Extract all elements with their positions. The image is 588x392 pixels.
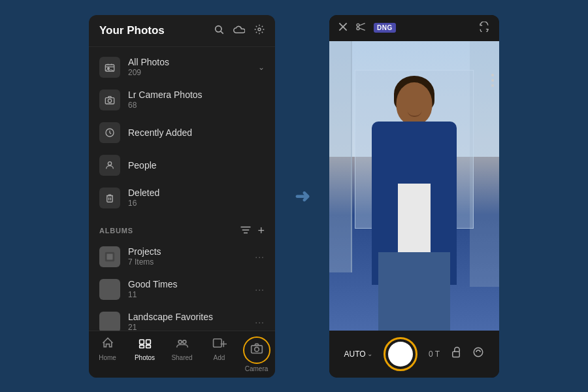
svg-point-30 [357,24,359,26]
camera-flip-icon[interactable] [478,22,490,35]
projects-more-icon[interactable]: ··· [255,252,265,262]
right-panel: DNG [329,15,499,378]
bottom-nav: Home Photos [89,331,275,378]
svg-line-32 [359,23,365,25]
deleted-info: Deleted 16 [128,188,265,208]
dng-badge[interactable]: DNG [374,23,396,33]
shutter-button[interactable] [384,337,417,371]
good-times-more-icon[interactable]: ··· [255,284,265,295]
scissors-icon[interactable] [355,22,366,34]
album-projects[interactable]: Projects 7 Items ··· [89,240,275,273]
recently-added-name: Recently Added [128,127,265,138]
landscape-more-icon[interactable]: ··· [255,317,265,327]
panel-header: Your Photos [89,15,275,47]
home-label: Home [99,354,116,361]
add-album-icon[interactable]: + [257,225,265,237]
building-right [470,41,499,287]
albums-section-header: ALBUMS + [89,217,275,240]
landscape-name: Landscape Favorites [128,312,255,322]
nav-add[interactable]: Add [201,331,238,378]
header-icons [214,24,265,37]
lr-camera-info: Lr Camera Photos 68 [128,90,265,110]
search-icon[interactable] [214,24,224,37]
shutter-inner [388,342,413,367]
camera-nav-icon [250,342,263,357]
sidebar-item-deleted[interactable]: Deleted 16 [89,182,275,214]
deleted-count: 16 [128,199,265,208]
all-photos-chevron: ⌄ [258,63,265,72]
lr-camera-count: 68 [128,101,265,110]
landscape-info: Landscape Favorites 21 [128,312,255,331]
lr-camera-name: Lr Camera Photos [128,90,265,100]
projects-info: Projects 7 Items [128,246,255,267]
camera-controls: AUTO ⌄ 0 T [329,331,499,378]
svg-point-21 [178,340,182,343]
all-photos-count: 209 [128,68,258,77]
projects-thumb [99,246,120,267]
svg-point-27 [254,347,259,351]
sort-icon[interactable] [240,225,251,237]
album-landscape[interactable]: Landscape Favorites 21 ··· [89,306,275,331]
building-left [329,41,352,272]
deleted-icon [99,188,120,208]
photos-label: Photos [135,354,155,361]
person-jeans [378,252,450,331]
add-icon [212,336,227,353]
photos-icon [139,336,152,353]
sidebar-list: All Photos 209 ⌄ Lr Camera Photos 68 [89,47,275,331]
three-dots-menu[interactable] [491,74,494,87]
svg-point-8 [108,161,111,165]
svg-point-31 [357,27,359,29]
circle-effect-icon[interactable] [472,346,484,361]
people-icon [99,155,120,176]
nav-camera[interactable]: Camera [238,331,275,378]
lr-camera-icon [99,90,120,110]
album-good-times[interactable]: Good Times 11 ··· [89,273,275,306]
svg-point-22 [182,340,186,343]
sidebar-item-lr-camera[interactable]: Lr Camera Photos 68 [89,84,275,116]
auto-chevron-icon: ⌄ [367,350,372,357]
sidebar-item-all-photos[interactable]: All Photos 209 ⌄ [89,51,275,84]
svg-point-6 [108,99,111,102]
close-icon[interactable] [338,22,348,34]
camera-label: Camera [245,365,269,372]
camera-header: DNG [329,15,499,41]
portrait-photo [329,41,499,331]
sidebar-item-people[interactable]: People [89,149,275,182]
people-name: People [128,160,265,171]
photo-preview [329,41,499,331]
all-photos-name: All Photos [128,57,258,67]
svg-line-1 [221,31,223,34]
cloud-icon[interactable] [233,25,245,37]
svg-rect-17 [139,340,144,344]
landscape-thumb [99,312,120,331]
left-panel: Your Photos [89,15,275,378]
camera-circle [243,336,270,364]
timer-label[interactable]: 0 T [429,350,440,359]
good-times-name: Good Times [128,279,255,289]
svg-rect-18 [146,340,150,344]
home-icon [101,336,114,353]
svg-rect-16 [107,253,113,259]
projects-count: 7 Items [128,257,255,267]
svg-point-2 [258,28,261,31]
good-times-info: Good Times 11 [128,279,255,299]
svg-rect-9 [107,195,112,202]
shared-icon [176,336,189,353]
all-photos-icon [99,57,120,78]
nav-home[interactable]: Home [89,331,126,378]
arrow-divider: ➜ [295,186,310,207]
lock-icon[interactable] [451,346,461,361]
nav-photos[interactable]: Photos [126,331,163,378]
settings-icon[interactable] [254,24,265,37]
auto-mode[interactable]: AUTO ⌄ [344,350,372,359]
good-times-count: 11 [128,290,255,299]
sidebar-item-recently-added[interactable]: Recently Added [89,116,275,149]
svg-point-0 [216,25,221,31]
albums-section-actions: + [240,225,265,237]
svg-point-35 [474,348,483,357]
add-label: Add [214,354,225,361]
person-head [397,82,433,125]
nav-shared[interactable]: Shared [163,331,201,378]
albums-label: ALBUMS [99,227,133,235]
